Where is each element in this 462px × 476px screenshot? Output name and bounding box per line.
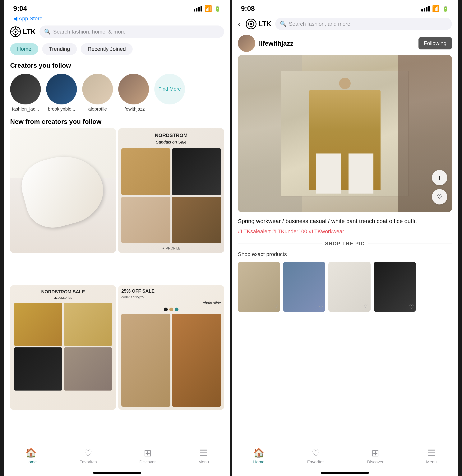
wifi-icon: 📶 <box>204 5 212 12</box>
status-icons: 📶 🔋 <box>194 5 221 12</box>
nav-home-label: Home <box>26 459 37 465</box>
app-header: ‹ LTK 🔍 Search fashion, and more <box>232 15 458 32</box>
app-header: LTK 🔍 Search fashion, home, & more <box>4 23 230 40</box>
post-actions: ↑ ♡ <box>432 170 447 204</box>
tab-recently-joined[interactable]: Recently Joined <box>81 43 133 55</box>
product-item[interactable]: ♡ <box>238 262 280 312</box>
bottom-nav: 🏠 Home ♡ Favorites ⊞ Discover ☰ Menu <box>232 444 458 472</box>
back-chevron-icon: ◀ <box>13 15 17 22</box>
share-button[interactable]: ↑ <box>432 170 447 185</box>
feed-heading: New from creators you follow <box>4 116 230 128</box>
feed-item[interactable]: 25% OFF SALE code: spring25 chain slide <box>118 285 224 410</box>
ltk-logo-icon <box>10 26 21 37</box>
ltk-wordmark: LTK <box>23 28 36 36</box>
profile-avatar[interactable] <box>238 35 255 52</box>
ltk-logo[interactable]: LTK <box>10 26 36 37</box>
search-icon: 🔍 <box>44 29 51 35</box>
share-icon: ↑ <box>438 174 441 181</box>
product-heart-icon[interactable]: ♡ <box>364 304 369 310</box>
nav-discover[interactable]: ⊞ Discover <box>139 448 156 465</box>
creators-row: fashion_jac... brooklynblo... aloprofile… <box>4 72 230 116</box>
nav-menu[interactable]: ☰ Menu <box>426 448 437 465</box>
favorites-icon: ♡ <box>84 448 92 458</box>
post-description: Spring workwear / business casual / whit… <box>232 212 458 227</box>
status-time: 9:04 <box>13 5 27 13</box>
product-item[interactable]: ♡ <box>374 262 416 312</box>
tab-trending[interactable]: Trending <box>42 43 77 55</box>
creator-item[interactable]: fashion_jac... <box>10 74 41 112</box>
nav-discover-label: Discover <box>367 459 384 465</box>
discover-icon: ⊞ <box>371 448 379 458</box>
nav-menu-label: Menu <box>426 459 437 465</box>
nav-discover-label: Discover <box>139 459 156 465</box>
post-image: ↑ ♡ <box>238 55 452 212</box>
post-hashtags[interactable]: #LTKsalealert #LTKunder100 #LTKworkwear <box>232 227 458 238</box>
creator-item[interactable]: aloprofile <box>82 74 113 112</box>
feed-item[interactable] <box>10 128 116 253</box>
nav-home[interactable]: 🏠 Home <box>25 448 37 465</box>
tab-home[interactable]: Home <box>10 43 38 55</box>
feed-item[interactable]: NORDSTROM SALEaccessories <box>10 285 116 410</box>
creator-name: lifewithjazz <box>122 106 145 112</box>
product-heart-icon[interactable]: ♡ <box>273 304 278 310</box>
nav-home[interactable]: 🏠 Home <box>253 448 265 465</box>
divider-line-left <box>238 244 322 244</box>
shop-exact-label: Shop exact products <box>232 250 458 260</box>
bottom-nav: 🏠 Home ♡ Favorites ⊞ Discover ☰ Menu <box>4 444 230 472</box>
product-row: ♡ ♡ ♡ ♡ <box>232 260 458 313</box>
search-placeholder: Search fashion, and more <box>289 21 351 27</box>
creator-name: fashion_jac... <box>12 106 39 112</box>
following-button[interactable]: Following <box>419 37 452 50</box>
status-bar: 9:04 📶 🔋 <box>4 0 230 15</box>
creator-item[interactable]: lifewithjazz <box>118 74 149 112</box>
status-icons: 📶 🔋 <box>421 5 449 12</box>
product-item[interactable]: ♡ <box>283 262 325 312</box>
nav-favorites-label: Favorites <box>307 459 324 465</box>
nav-menu[interactable]: ☰ Menu <box>198 448 209 465</box>
product-heart-icon[interactable]: ♡ <box>319 304 323 310</box>
home-icon: 🏠 <box>253 448 265 458</box>
menu-icon: ☰ <box>200 448 208 458</box>
right-phone: 9:08 📶 🔋 ‹ LTK <box>232 0 458 476</box>
ltk-logo-icon <box>246 19 257 29</box>
svg-point-9 <box>250 23 252 25</box>
search-placeholder: Search fashion, home, & more <box>53 29 126 35</box>
divider-line-right <box>368 244 452 244</box>
ltk-logo[interactable]: LTK <box>246 19 271 29</box>
feed-grid: NORDSTROMSandals on Sale ✦ PROFILE NORDS… <box>4 128 230 440</box>
home-indicator <box>321 472 369 474</box>
appstore-back-button[interactable]: ◀ App Store <box>4 15 230 23</box>
feed-item[interactable]: NORDSTROMSandals on Sale ✦ PROFILE <box>118 128 224 253</box>
creators-heading: Creators you follow <box>4 58 230 72</box>
left-phone: 9:04 📶 🔋 ◀ App Store <box>4 0 230 476</box>
search-bar[interactable]: 🔍 Search fashion, home, & more <box>40 26 224 38</box>
search-bar[interactable]: 🔍 Search fashion, and more <box>275 18 452 30</box>
discover-icon: ⊞ <box>144 448 151 458</box>
creator-item[interactable]: brooklynblo... <box>46 74 77 112</box>
product-item[interactable]: ♡ <box>328 262 371 312</box>
nav-discover[interactable]: ⊞ Discover <box>367 448 384 465</box>
nav-favorites[interactable]: ♡ Favorites <box>307 448 324 465</box>
find-more-button[interactable]: Find More <box>154 74 185 112</box>
heart-icon: ♡ <box>437 193 443 200</box>
battery-icon: 🔋 <box>442 6 449 12</box>
back-button[interactable]: ‹ <box>238 19 242 28</box>
home-icon: 🏠 <box>25 448 37 458</box>
search-icon: 🔍 <box>280 21 287 27</box>
find-more-label: Find More <box>158 86 181 92</box>
creator-name: brooklynblo... <box>48 106 75 112</box>
ltk-wordmark: LTK <box>258 20 271 28</box>
tabs-row: Home Trending Recently Joined <box>4 40 230 58</box>
svg-point-2 <box>15 31 17 33</box>
heart-button[interactable]: ♡ <box>432 189 447 204</box>
nav-favorites-label: Favorites <box>79 459 97 465</box>
nav-favorites[interactable]: ♡ Favorites <box>79 448 97 465</box>
nav-menu-label: Menu <box>198 459 209 465</box>
home-indicator <box>93 472 141 474</box>
product-heart-icon[interactable]: ♡ <box>409 304 414 310</box>
creator-profile-header: lifewithjazz Following <box>232 32 458 55</box>
battery-icon: 🔋 <box>214 6 221 12</box>
signal-icon <box>421 6 430 11</box>
menu-icon: ☰ <box>427 448 436 458</box>
creator-name: aloprofile <box>88 106 107 112</box>
